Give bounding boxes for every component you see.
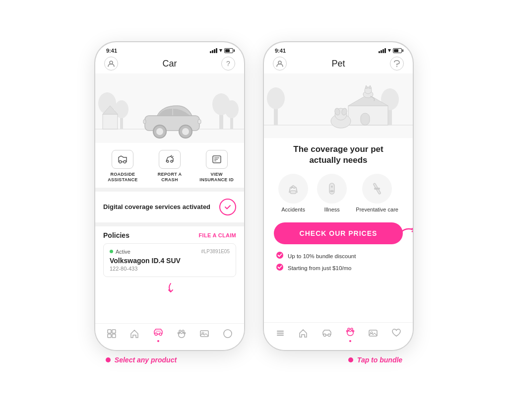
car-phone-header: Car ? (95, 56, 244, 73)
pet-nav-menu[interactable] (275, 328, 285, 341)
illness-label: Illness (324, 207, 340, 212)
accidents-icon (278, 174, 308, 204)
file-claim-link[interactable]: FILE A CLAIM (199, 232, 237, 238)
svg-point-34 (179, 330, 181, 332)
accidents-item: Accidents (278, 174, 308, 212)
car-phone: 9:41 ▾ Car (95, 42, 244, 350)
svg-point-17 (182, 128, 189, 135)
accidents-label: Accidents (281, 207, 305, 212)
pet-heading: The coverage your pet actually needs (264, 138, 413, 171)
nav-gallery[interactable] (199, 329, 209, 341)
svg-point-12 (225, 100, 239, 118)
policy-id: #LP3891E05 (201, 249, 230, 254)
svg-rect-69 (277, 333, 284, 334)
bottom-labels: Select any product Tap to bundle (0, 352, 508, 368)
pet-home-icon (298, 328, 308, 341)
gallery-icon (199, 329, 209, 341)
svg-rect-28 (108, 330, 111, 333)
pet-nav-dot (349, 340, 351, 342)
pet-phone: 9:41 ▾ Pet (264, 42, 413, 350)
check-prices-button[interactable]: CHECK OUR PRICES (274, 222, 403, 244)
pet-time: 9:41 (275, 48, 286, 54)
svg-rect-18 (198, 120, 201, 124)
nav-home[interactable] (129, 329, 139, 341)
svg-point-32 (155, 333, 157, 336)
active-dot (110, 250, 113, 253)
svg-rect-38 (200, 331, 208, 337)
pet-nav-pets-active[interactable] (345, 327, 355, 342)
nav-more[interactable] (223, 329, 233, 341)
illness-icon (317, 174, 347, 204)
cta-section: CHECK OUR PRICES (264, 217, 413, 247)
pet-nav-car[interactable] (321, 329, 332, 340)
car-status-bar: 9:41 ▾ (95, 42, 244, 56)
car-screen-title: Car (162, 59, 177, 69)
pet-signal (379, 48, 386, 53)
pet-nav-home[interactable] (298, 328, 308, 341)
svg-rect-70 (277, 335, 284, 336)
benefit-0: Up to 10% bundle discount (276, 251, 401, 261)
pet-nav-gallery[interactable] (368, 328, 378, 341)
crash-icon-box (159, 150, 181, 169)
car-status-icons: ▾ (210, 47, 233, 54)
car-illustration (95, 73, 244, 143)
svg-point-41 (278, 61, 281, 64)
pet-nav-heart[interactable] (391, 328, 401, 341)
svg-rect-29 (112, 330, 116, 333)
svg-point-21 (124, 161, 126, 163)
select-product-label: Select any product (106, 356, 177, 364)
car-action-row: ROADSIDE ASSISTANCE REPORT A CRASH (95, 143, 244, 188)
pet-help-icon[interactable] (390, 57, 404, 70)
illness-item: Illness (317, 174, 347, 212)
svg-point-62 (330, 190, 334, 192)
car-nav-dot (157, 340, 159, 342)
pet-status-icons: ▾ (379, 47, 402, 54)
preventative-icon (362, 174, 392, 204)
car-nav-arrow (164, 281, 178, 297)
svg-point-67 (276, 264, 283, 271)
svg-point-40 (224, 330, 232, 338)
coverage-card: Digital coverage services activated (95, 192, 244, 222)
pet-paw-active-icon (345, 327, 355, 339)
pet-content: The coverage your pet actually needs Acc… (264, 138, 413, 322)
car-help-icon[interactable]: ? (221, 57, 235, 70)
more-icon (223, 329, 233, 341)
view-insurance-button[interactable]: VIEW INSURANCE ID (197, 150, 237, 183)
car-icon-active (153, 328, 164, 339)
benefit-1-check (276, 263, 284, 273)
svg-point-66 (276, 252, 283, 259)
nav-car-active[interactable] (153, 328, 164, 342)
svg-point-15 (156, 128, 163, 135)
svg-point-73 (348, 328, 350, 330)
menu-icon (275, 328, 285, 341)
car-wifi-icon: ▾ (219, 47, 222, 54)
svg-rect-19 (143, 120, 146, 124)
roadside-assistance-button[interactable]: ROADSIDE ASSISTANCE (103, 150, 142, 183)
report-crash-button[interactable]: REPORT A CRASH (150, 150, 190, 183)
svg-point-71 (323, 334, 326, 337)
nav-grid[interactable] (107, 329, 117, 341)
pet-wifi-icon: ▾ (388, 47, 391, 54)
roadside-label: ROADSIDE ASSISTANCE (103, 172, 142, 183)
car-user-icon[interactable] (104, 57, 118, 70)
phones-container: 9:41 ▾ Car (95, 42, 413, 350)
pet-user-icon[interactable] (273, 57, 287, 70)
car-bottom-nav (95, 323, 244, 350)
car-signal (210, 48, 217, 53)
svg-point-72 (328, 334, 330, 337)
benefit-0-text: Up to 10% bundle discount (288, 253, 356, 259)
policy-status: Active (110, 249, 130, 255)
svg-point-20 (119, 161, 122, 163)
policy-card: Active #LP3891E05 Volkswagon ID.4 SUV 12… (103, 243, 236, 277)
pet-icons-row: Accidents Illness (264, 171, 413, 217)
policies-title: Policies (103, 231, 129, 239)
policy-top-row: Active #LP3891E05 (110, 249, 230, 255)
svg-point-0 (110, 61, 113, 64)
nav-pets[interactable] (177, 329, 187, 341)
roadside-icon-box (112, 150, 133, 169)
cta-arrow (397, 223, 413, 242)
pet-bottom-nav (264, 322, 413, 350)
svg-rect-68 (277, 331, 284, 332)
policies-header: Policies FILE A CLAIM (103, 231, 236, 239)
svg-point-74 (351, 328, 353, 330)
